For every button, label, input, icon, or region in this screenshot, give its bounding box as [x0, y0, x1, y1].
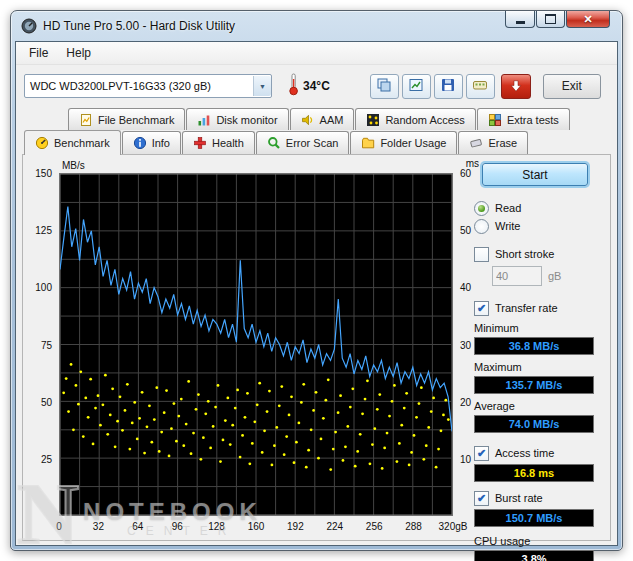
tab-row-secondary: File BenchmarkDisk monitorAAMRandom Acce… [68, 108, 571, 130]
file-benchmark-icon [79, 113, 93, 127]
benchmark-page: MB/s ms 150125100755025 605040302010 032… [22, 154, 611, 541]
tab-row-primary: BenchmarkInfoHealthError ScanFolder Usag… [24, 130, 529, 154]
minimize-icon [516, 21, 525, 24]
capture-button[interactable] [501, 74, 531, 99]
short-stroke-checkbox-icon [474, 247, 489, 262]
tab-disk-monitor[interactable]: Disk monitor [186, 108, 288, 130]
tab-folder-usage[interactable]: Folder Usage [350, 131, 457, 154]
axis-tick-label: 50 [41, 396, 52, 407]
read-label: Read [495, 202, 521, 214]
thermometer-icon [288, 72, 299, 100]
radio-write-icon [474, 219, 489, 234]
close-button[interactable]: ✕ [566, 11, 610, 28]
axis-tick-label: 10 [460, 453, 471, 464]
tab-aam[interactable]: AAM [290, 108, 355, 130]
tab-health[interactable]: Health [182, 131, 255, 154]
write-label: Write [495, 220, 520, 232]
minimum-value: 36.8 MB/s [474, 337, 594, 355]
drive-select[interactable]: WDC WD3200LPVT-16G33 (320 gB) ▼ [24, 74, 272, 98]
erase-icon [469, 136, 483, 150]
window-title: HD Tune Pro 5.00 - Hard Disk Utility [43, 19, 235, 33]
write-option[interactable]: Write [474, 218, 602, 234]
axis-tick-label: 32 [93, 521, 104, 532]
average-value: 74.0 MB/s [474, 415, 594, 433]
axis-tick-label: 192 [287, 521, 304, 532]
axis-tick-label: 96 [172, 521, 183, 532]
plot-area [59, 173, 453, 516]
toolbar-buttons [370, 74, 495, 99]
tab-label: Info [152, 137, 170, 149]
temperature-value: 34°C [303, 79, 330, 93]
x-axis-labels: 0326496128160192224256288320gB [59, 519, 453, 534]
caption-buttons: ✕ [504, 11, 610, 28]
short-stroke-option[interactable]: Short stroke [474, 246, 602, 262]
access-time-label: Access time [495, 447, 554, 459]
tab-label: Folder Usage [380, 137, 446, 149]
benchmark-plot [60, 174, 452, 515]
axis-tick-label: 30 [460, 339, 471, 350]
short-stroke-size-input[interactable] [492, 266, 542, 286]
axis-tick-label: 0 [56, 521, 62, 532]
benchmark-chart: MB/s ms 150125100755025 605040302010 032… [29, 159, 481, 534]
client-area: File Help WDC WD3200LPVT-16G33 (320 gB) … [15, 41, 618, 546]
short-stroke-size-row: gB [492, 266, 602, 286]
exit-button[interactable]: Exit [543, 74, 601, 99]
axis-tick-label: 75 [41, 339, 52, 350]
y-left-unit: MB/s [62, 160, 85, 171]
access-time-option[interactable]: ✔ Access time [474, 445, 602, 461]
tab-benchmark[interactable]: Benchmark [24, 130, 121, 155]
health-icon [193, 136, 207, 150]
maximum-label: Maximum [474, 361, 602, 375]
benchmark-controls: Start Read Write Short stroke gB [474, 161, 602, 534]
red-arrow-down-icon [509, 79, 523, 93]
short-stroke-label: Short stroke [495, 248, 554, 260]
menu-file[interactable]: File [20, 44, 57, 62]
aam-icon [301, 113, 315, 127]
tab-random-access[interactable]: Random Access [355, 108, 475, 130]
tab-extra-tests[interactable]: Extra tests [477, 108, 570, 130]
tab-label: Benchmark [54, 137, 110, 149]
error-scan-icon [267, 136, 281, 150]
axis-tick-label: 50 [460, 225, 471, 236]
tab-label: Health [212, 137, 244, 149]
random-access-icon [366, 113, 380, 127]
axis-tick-label: 125 [35, 225, 52, 236]
axis-tick-label: 25 [41, 453, 52, 464]
benchmark-icon [35, 136, 49, 150]
folder-usage-icon [361, 136, 375, 150]
axis-tick-label: 320gB [439, 521, 468, 532]
copy-image-icon [376, 77, 392, 96]
menu-help[interactable]: Help [57, 44, 100, 62]
save-button[interactable] [434, 74, 463, 99]
tab-file-benchmark[interactable]: File Benchmark [68, 108, 185, 130]
title-bar[interactable]: HD Tune Pro 5.00 - Hard Disk Utility ✕ [11, 11, 622, 41]
tab-info[interactable]: Info [122, 131, 181, 154]
burst-rate-checkbox-icon: ✔ [474, 491, 489, 506]
minimize-button[interactable] [505, 11, 535, 28]
chevron-down-icon: ▼ [259, 83, 266, 90]
start-button[interactable]: Start [482, 163, 588, 186]
axis-tick-label: 60 [460, 168, 471, 179]
drive-select-dropdown-button[interactable]: ▼ [253, 76, 271, 96]
menu-bar: File Help [16, 42, 617, 65]
average-label: Average [474, 400, 602, 414]
tab-erase[interactable]: Erase [458, 131, 528, 154]
report-icon [408, 77, 424, 96]
read-option[interactable]: Read [474, 200, 602, 216]
maximize-button[interactable] [536, 11, 565, 28]
axis-tick-label: 40 [460, 282, 471, 293]
radio-read-icon [474, 201, 489, 216]
report-button[interactable] [402, 74, 431, 99]
info-icon [133, 136, 147, 150]
keys-button[interactable] [466, 74, 495, 99]
burst-rate-option[interactable]: ✔ Burst rate [474, 490, 602, 506]
gb-unit-label: gB [548, 270, 561, 282]
transfer-rate-option[interactable]: ✔ Transfer rate [474, 300, 602, 316]
tab-error-scan[interactable]: Error Scan [256, 131, 350, 154]
maximize-icon [545, 14, 556, 24]
axis-tick-label: 224 [326, 521, 343, 532]
access-time-checkbox-icon: ✔ [474, 446, 489, 461]
tab-label: Disk monitor [216, 114, 277, 126]
axis-tick-label: 160 [248, 521, 265, 532]
copy-image-button[interactable] [370, 74, 399, 99]
